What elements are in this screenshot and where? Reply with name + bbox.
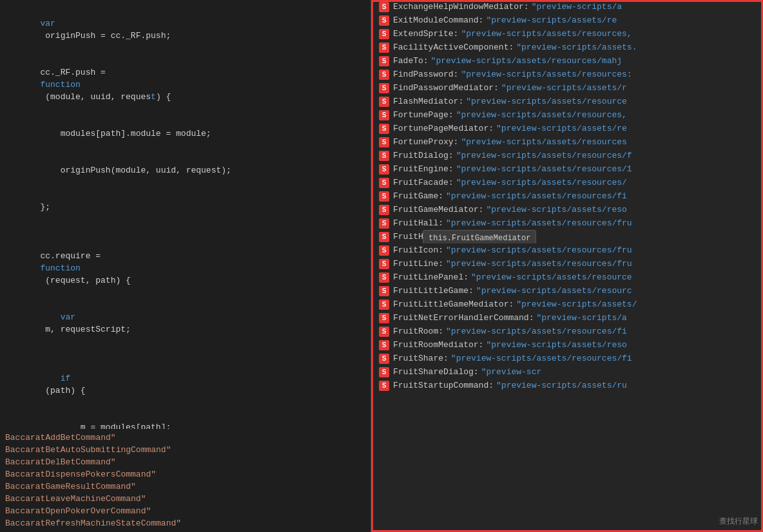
s-icon: S: [379, 83, 389, 93]
file-list-item: SFruitRoom:"preview-scripts/assets/resou…: [371, 325, 763, 338]
list-item: BaccaratBetAutoSubmittingCommand": [0, 444, 371, 456]
file-name: FruitLittleGameMediator:: [393, 298, 514, 310]
s-icon: S: [379, 272, 389, 283]
list-item-text: BaccaratRefreshMachineStateCommand": [5, 518, 181, 528]
file-name: FruitShare:: [393, 352, 449, 365]
list-item: BaccaratRefreshMachineStateCommand": [0, 517, 371, 529]
file-path: "preview-scripts/assets/resources: [461, 136, 626, 148]
s-icon: S: [379, 43, 389, 53]
watermark-text: 查找行星球: [719, 516, 758, 527]
s-icon: S: [379, 29, 389, 39]
code-text: (path) {: [40, 386, 85, 395]
file-list-item: SFruitStartupCommand:"preview-scripts/as…: [371, 379, 763, 392]
file-list-item: SFruitLittleGameMediator:"preview-script…: [371, 298, 763, 311]
file-list-item: SFruitShare:"preview-scripts/assets/reso…: [371, 352, 763, 365]
code-line: var originPush = cc._RF.push;: [0, 5, 371, 54]
file-list-item: SFacilityActiveComponent:"preview-script…: [371, 41, 763, 54]
file-path: "preview-scripts/a: [536, 312, 626, 324]
s-icon: S: [379, 327, 389, 337]
file-path: "preview-scripts/assets/resources/fi: [451, 352, 632, 365]
code-line: var m, requestScript;: [0, 299, 371, 348]
list-item-text: BaccaratDelBetCommand": [5, 457, 116, 467]
s-icon: S: [379, 313, 389, 323]
file-path: "preview-scripts/assets/reso: [486, 339, 626, 351]
file-path: "preview-scripts/assets/resources/: [456, 176, 627, 189]
file-list-panel: SExchangeHelpWindowMediator:"preview-scr…: [371, 0, 763, 532]
file-name: FruitStartupCommand:: [393, 379, 494, 392]
s-icon: S: [379, 367, 389, 377]
code-line: cc.require = function (request, path) {: [0, 238, 371, 299]
file-name: FadeTo:: [393, 55, 429, 67]
file-name: FruitHall:: [393, 217, 443, 229]
file-list-item: SFruitIcon:"preview-scripts/assets/resou…: [371, 243, 763, 257]
file-list-item: SFruitHallMethis.FruitGameMediators/asse…: [371, 230, 763, 243]
list-item: BaccaratLeaveMachineCommand": [0, 493, 371, 505]
tooltip-popup: this.FruitGameMediator: [423, 230, 536, 243]
file-list-item: SFruitLinePanel:"preview-scripts/assets/…: [371, 271, 763, 284]
list-item-text: BaccaratGameResultCommand": [5, 482, 136, 491]
code-text: m, requestScript;: [40, 325, 130, 334]
code-line: modules[path].module = module;: [0, 115, 371, 152]
list-item: BaccaratDispensePokersCommand": [0, 468, 371, 480]
file-list-item: SExitModuleCommand:"preview-scripts/asse…: [371, 14, 763, 27]
file-path: "preview-scripts/a: [532, 1, 622, 13]
file-name: FruitDialog:: [393, 149, 454, 162]
file-list-item: SExchangeHelpWindowMediator:"preview-scr…: [371, 0, 763, 14]
file-list-item: SExtendSprite:"preview-scripts/assets/re…: [371, 27, 763, 41]
s-icon: S: [379, 340, 389, 350]
keyword: var: [40, 19, 55, 28]
list-item-text: BaccaratAddBetCommand": [5, 433, 116, 442]
code-text: cc.require =: [40, 251, 105, 261]
list-item: BaccaratDelBetCommand": [0, 456, 371, 468]
file-path: "preview-scripts/assets/r: [501, 82, 627, 94]
code-line: cc._RF.push = function (module, uuid, re…: [0, 54, 371, 115]
code-line: };: [0, 189, 371, 225]
file-list-item: SFruitHall:"preview-scripts/assets/resou…: [371, 216, 763, 230]
file-name: FortunePageMediator:: [393, 122, 494, 135]
code-text: modules[path].module = module;: [40, 129, 211, 138]
file-name: FortunePage:: [393, 109, 454, 121]
file-path: "preview-scripts/assets/resources,: [456, 109, 627, 121]
file-list-item: SFortunePageMediator:"preview-scripts/as…: [371, 122, 763, 135]
file-name: FacilityActiveComponent:: [393, 41, 514, 53]
file-name: FindPassword:: [393, 68, 458, 81]
s-icon: S: [379, 56, 389, 66]
file-list-item: SFruitGameMediator:"preview-scripts/asse…: [371, 203, 763, 216]
keyword: function: [40, 263, 80, 273]
file-list-item: SFruitLine:"preview-scripts/assets/resou…: [371, 257, 763, 271]
s-icon: S: [379, 70, 389, 80]
s-icon: S: [379, 2, 389, 12]
list-item-text: BaccaratOpenPokerOverCommand": [5, 506, 151, 516]
file-path: "preview-scripts/assets/: [516, 298, 637, 310]
file-name: FortuneProxy:: [393, 136, 458, 148]
file-name: FruitGameMediator:: [393, 204, 483, 216]
file-list: SExchangeHelpWindowMediator:"preview-scr…: [371, 0, 763, 532]
file-list-item: SFruitEngine:"preview-scripts/assets/res…: [371, 162, 763, 176]
file-name: FruitShareDialog:: [393, 366, 479, 378]
file-path: "preview-scripts/assets/resources/1: [456, 163, 632, 175]
file-path: "preview-scripts/assets/resources/fru: [446, 217, 632, 229]
list-item: BaccaratGameResultCommand": [0, 480, 371, 493]
code-text: (module, uuid, request) {: [40, 92, 171, 102]
bottom-list-panel: BaccaratAddBetCommand" BaccaratBetAutoSu…: [0, 429, 371, 532]
file-name: FruitLittleGame:: [393, 285, 474, 297]
file-list-item: SFruitFacade:"preview-scripts/assets/res…: [371, 176, 763, 189]
file-path: "preview-scr: [481, 366, 542, 378]
file-name: FruitRoom:: [393, 325, 443, 337]
file-path: "preview-scripts/assets/re: [496, 122, 627, 135]
file-list-item: SFruitShareDialog:"preview-scr: [371, 365, 763, 379]
s-icon: S: [379, 97, 389, 107]
file-list-item: SFruitGame:"preview-scripts/assets/resou…: [371, 189, 763, 203]
file-name: FlashMediator:: [393, 95, 463, 108]
code-line: [0, 225, 371, 238]
s-icon: S: [379, 299, 389, 310]
file-path: "preview-scripts/assets.: [516, 41, 637, 53]
file-name: FruitIcon:: [393, 244, 443, 256]
s-icon: S: [379, 245, 389, 256]
file-name: FruitFacade:: [393, 176, 454, 189]
code-line: if (path) {: [0, 360, 371, 409]
file-path: "preview-scripts/assets/ru: [496, 379, 627, 392]
file-list-item: SFruitNetErrorHandlerCommand:"preview-sc…: [371, 311, 763, 325]
file-path: "preview-scripts/assets/resourc: [476, 285, 632, 297]
code-text: (request, path) {: [40, 276, 130, 285]
